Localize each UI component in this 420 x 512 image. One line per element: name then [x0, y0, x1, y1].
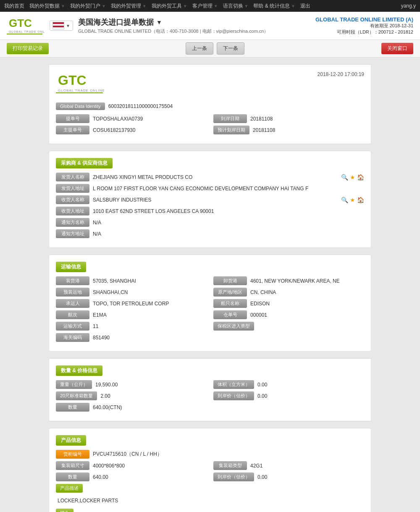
- star-icon[interactable]: ★: [350, 197, 355, 203]
- product-desc-row: 产品描述: [56, 484, 364, 493]
- nav-help[interactable]: 帮助 & 统计信息 ▼: [253, 3, 295, 10]
- nav-customer[interactable]: 客户管理 ▼: [192, 3, 218, 10]
- consignee-addr-value: 1010 EAST 62ND STREET LOS ANGELES CA 900…: [93, 208, 364, 214]
- nav-home[interactable]: 我的首页: [4, 3, 24, 10]
- container-size-value: 4000*806*800: [93, 463, 207, 469]
- arrival-price-label: 到岸价（估价）: [213, 391, 254, 400]
- twenty-ft-label: 20尺标准箱数量: [56, 391, 97, 400]
- chevron-down-icon: ▼: [142, 4, 147, 8]
- company-subtitle: GLOBAL TRADE ONLINE LIMITED（电话：400-710-3…: [78, 28, 269, 34]
- product-title: 产品信息: [56, 435, 86, 446]
- notify-addr-value: N/A: [93, 231, 364, 237]
- field-row-master-est: 主提单号 COSU6182137930 预计划岸日期 20181108: [56, 126, 364, 134]
- print-button-top[interactable]: 打印贸易记录: [7, 43, 49, 54]
- arrival-date-value: 20181108: [250, 116, 364, 122]
- warehouse-value: 000001: [250, 312, 364, 318]
- carrier-value: TOPO, TOR PETROLEUM CORP: [93, 301, 207, 307]
- nav-foreign-portal[interactable]: 我的外贸门户 ▼: [70, 3, 106, 10]
- notify-addr-label: 通知方地址: [56, 229, 89, 238]
- search-icon[interactable]: 🔍: [341, 197, 348, 203]
- master-bill-label: 主提单号: [56, 126, 89, 134]
- warehouse-label: 仓单号: [213, 310, 247, 319]
- ldr-period: 可用时段（LDR）：200712 - 201812: [315, 29, 413, 35]
- consignee-addr-row: 收货人地址 1010 EAST 62ND STREET LOS ANGELES …: [56, 207, 364, 215]
- nav-logout[interactable]: 退出: [300, 3, 310, 10]
- notify-name-label: 通知方名称: [56, 218, 89, 227]
- carrier-label: 承运人: [56, 299, 89, 308]
- chevron-down-icon: ▼: [61, 4, 65, 8]
- arrival-price-value: 0.00: [257, 393, 364, 399]
- nav-language[interactable]: 语言切换 ▼: [223, 3, 249, 10]
- master-bill-value: COSU6182137930: [93, 127, 207, 133]
- loading-discharge-row: 装货港 57035, SHANGHAI 卸货港 4601, NEW YORK/N…: [56, 276, 364, 285]
- container-no-value: PVCU4715610（CN / L / HH）: [93, 451, 364, 458]
- consignee-name-label: 收货人名称: [56, 195, 89, 204]
- consignee-addr-label: 收货人地址: [56, 207, 89, 215]
- shipper-name-row: 发货人名称 ZHEJIANG XINGYI METAL PRODUCTS CO …: [56, 173, 364, 181]
- flag-selector[interactable]: ▼: [50, 21, 73, 31]
- search-icon[interactable]: 🔍: [341, 174, 348, 181]
- svg-text:GTC: GTC: [9, 17, 32, 29]
- field-row-bill-arrival: 提单号 TOPOSHALAXIA0739 到岸日期 20181108: [56, 114, 364, 123]
- nav-foreign-data[interactable]: 我的外贸数据 ▼: [29, 3, 65, 10]
- next-button-top[interactable]: 下一条: [217, 42, 244, 55]
- home-icon[interactable]: 🏠: [357, 174, 364, 181]
- prev-button-top[interactable]: 上一条: [186, 42, 213, 55]
- weight-volume-row: 重量（公斤） 19,590.00 体积（立方米） 0.00: [56, 380, 364, 389]
- chevron-down-icon: ▼: [102, 4, 106, 8]
- container-size-label: 集装箱尺寸: [56, 461, 89, 470]
- svg-rect-5: [56, 92, 103, 93]
- loading-port-value: 57035, SHANGHAI: [93, 278, 207, 284]
- product-desc-value: LOCKER,LOCKER PARTS: [56, 495, 364, 506]
- consignee-name-value: SALSBURY INDUSTRIES: [93, 197, 338, 203]
- home-icon[interactable]: 🏠: [357, 197, 364, 203]
- notify-addr-row: 通知方地址 N/A: [56, 229, 364, 238]
- product-section: 产品信息 货柜编号 PVCU4715610（CN / L / HH） 集装箱尺寸…: [49, 428, 371, 512]
- discharge-port-value: 4601, NEW YORK/NEWARK AREA, NE: [250, 278, 364, 284]
- svg-text:GTC: GTC: [58, 73, 87, 88]
- doc-datetime: 2018-12-20 17:00:19: [318, 71, 364, 77]
- container-no-row: 货柜编号 PVCU4715610（CN / L / HH）: [56, 450, 364, 459]
- gdi-label: Global Data Identity: [56, 102, 105, 110]
- pre-carriage-value: SHANGHAI,CN: [93, 289, 207, 295]
- page-title: 美国海关进口提单数据 ▼: [78, 17, 269, 27]
- gdi-row: Global Data Identity 6003201811100000017…: [56, 102, 364, 110]
- container-no-label: 货柜编号: [56, 450, 89, 459]
- quantity-price-title: 数量 & 价格信息: [56, 365, 102, 376]
- buyer-supplier-title: 采购商 & 供应商信息: [56, 158, 113, 168]
- weight-value: 19,590.00: [95, 382, 207, 388]
- nav-foreign-manage[interactable]: 我的外贸管理 ▼: [111, 3, 147, 10]
- discharge-port-label: 卸货港: [213, 276, 247, 285]
- quantity-label: 数量: [56, 403, 89, 412]
- shipper-name-label: 发货人名称: [56, 173, 89, 181]
- container-type-label: 集装箱类型: [213, 461, 247, 470]
- nav-foreign-tools[interactable]: 我的外贸工具 ▼: [152, 3, 187, 10]
- vessel-value: EDISON: [250, 301, 364, 307]
- user-info: yang.y: [401, 3, 416, 9]
- toolbar-top: 打印贸易记录 上一条 下一条 关闭窗口: [0, 40, 420, 58]
- origin-value: CN, CHINA: [250, 289, 364, 295]
- top-navigation: 我的首页 我的外贸数据 ▼ 我的外贸门户 ▼ 我的外贸管理 ▼ 我的外贸工具 ▼…: [0, 0, 420, 12]
- doc-logo: GTC GLOBAL TRADE ONLINE LIMITED: [56, 71, 106, 96]
- star-icon[interactable]: ★: [350, 174, 355, 181]
- volume-label: 体积（立方米）: [213, 380, 254, 389]
- validity-date: 有效期至 2018-12-31: [315, 23, 413, 29]
- buyer-supplier-section: 采购商 & 供应商信息 发货人名称 ZHEJIANG XINGYI METAL …: [49, 151, 371, 248]
- product-desc-label: 产品描述: [56, 484, 83, 493]
- chevron-down-icon: ▼: [214, 4, 218, 8]
- hs-code-value: 851490: [93, 335, 364, 341]
- prod-arrive-price-label: 到岸价（估价）: [213, 473, 254, 481]
- arrival-date-label: 到岸日期: [213, 114, 247, 123]
- shipper-name-value: ZHEJIANG XINGYI METAL PRODUCTS CO: [93, 174, 338, 180]
- vessel-label: 船只名称: [213, 299, 247, 308]
- transport-section: 运输信息 装货港 57035, SHANGHAI 卸货港 4601, NEW Y…: [49, 255, 371, 352]
- container-size-type-row: 集装箱尺寸 4000*806*800 集装箱类型 42G1: [56, 461, 364, 470]
- quantity-row: 数量 640.00(CTN): [56, 403, 364, 412]
- chevron-down-icon: ▼: [183, 4, 187, 8]
- doc-header: GTC GLOBAL TRADE ONLINE LIMITED 2018-12-…: [56, 71, 364, 96]
- notify-name-value: N/A: [93, 220, 364, 226]
- notify-name-row: 通知方名称 N/A: [56, 218, 364, 227]
- close-button-top[interactable]: 关闭窗口: [381, 43, 413, 54]
- container-type-value: 42G1: [250, 463, 364, 469]
- voyage-value: E1MA: [93, 312, 207, 318]
